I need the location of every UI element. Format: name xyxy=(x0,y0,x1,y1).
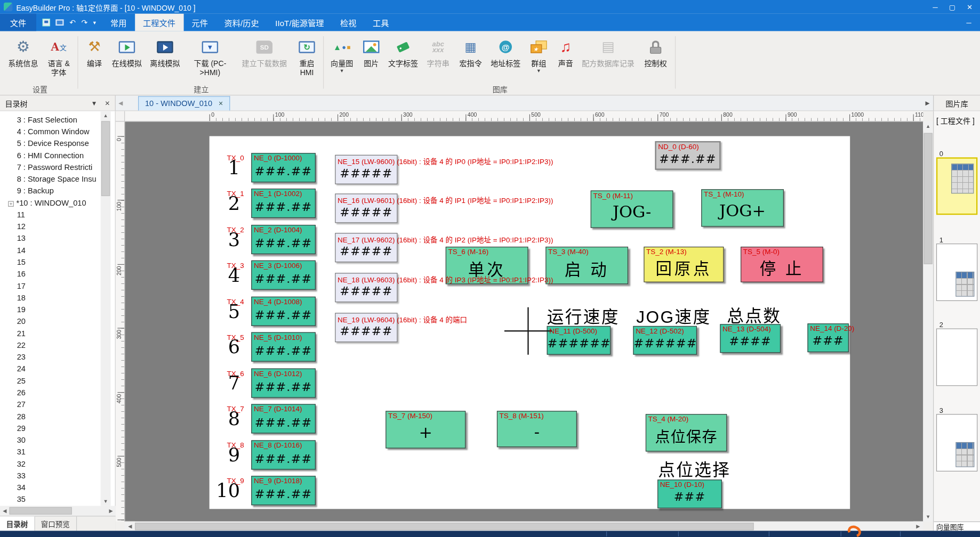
tree-item[interactable]: 23 xyxy=(0,352,115,363)
numeric-display-ne12[interactable]: NE_12 (D-502)###### xyxy=(633,326,697,355)
label-point-select[interactable]: 点位选择 xyxy=(658,457,730,481)
tree-item[interactable]: 33 xyxy=(0,470,115,482)
ribbon-button-offline-simulation[interactable]: 离线模拟 xyxy=(146,34,183,83)
tab-common[interactable]: 常用 xyxy=(102,14,135,31)
tree-panel-dropdown-icon[interactable]: ▼ xyxy=(91,100,98,107)
tree-item[interactable]: 8 : Storage Space Insu xyxy=(0,174,115,185)
tree-item[interactable]: 30 xyxy=(0,435,115,446)
tree-item[interactable]: 17 xyxy=(0,280,115,292)
scroll-right-icon[interactable]: ▶ xyxy=(913,522,923,531)
tree-item[interactable]: 16 xyxy=(0,268,115,280)
numeric-display-ne0[interactable]: NE_0 (D-1000)###.## xyxy=(251,153,316,182)
ribbon-button-control-token[interactable]: 控制权 xyxy=(639,34,672,83)
tree-panel-close-icon[interactable]: ✕ xyxy=(105,100,110,107)
close-button[interactable]: ✕ xyxy=(967,3,973,11)
tree-item[interactable]: 15 xyxy=(0,257,115,268)
picture-thumbnail-2[interactable] xyxy=(936,329,977,386)
tree-item[interactable]: 11 xyxy=(0,209,115,221)
tab-view[interactable]: 检视 xyxy=(332,14,365,31)
ribbon-button-text-label-library[interactable]: 文字标签 xyxy=(385,34,421,83)
tree-item[interactable]: 31 xyxy=(0,446,115,458)
canvas-viewport[interactable]: TX_0 1 NE_0 (D-1000)###.## TX_1 2 NE_1 (… xyxy=(125,122,923,522)
numeric-display-nd0[interactable]: ND_0 (D-60)###.## xyxy=(655,141,720,170)
scrollbar-thumb[interactable] xyxy=(135,523,753,530)
simulate-icon[interactable] xyxy=(55,19,63,26)
tab-tools[interactable]: 工具 xyxy=(365,14,397,31)
numeric-input-port[interactable]: NE_19 (LW-9604) (16bit) : 设备 4 的端口##### xyxy=(335,313,397,342)
tab-vector-library[interactable]: 向量图库 xyxy=(934,522,980,531)
set-button-home[interactable]: TS_2 (M-13)回原点 xyxy=(644,247,724,282)
scroll-down-icon[interactable]: ▼ xyxy=(101,497,111,506)
numeric-display-ne8[interactable]: NE_8 (D-1016)###.## xyxy=(251,440,316,469)
scroll-up-icon[interactable]: ▲ xyxy=(923,122,933,132)
tree-item[interactable]: 3 : Fast Selection xyxy=(0,115,115,126)
scroll-down-icon[interactable]: ▼ xyxy=(923,512,933,522)
scroll-up-icon[interactable]: ▲ xyxy=(101,111,111,121)
numeric-display-ne2[interactable]: NE_2 (D-1004)###.## xyxy=(251,225,316,254)
scrollbar-thumb[interactable] xyxy=(10,507,72,515)
tab-iiot-energy[interactable]: IIoT/能源管理 xyxy=(267,14,332,31)
tree-item[interactable]: 13 xyxy=(0,233,115,245)
tree-item[interactable]: 20 xyxy=(0,316,115,328)
tree-item[interactable]: 35 xyxy=(0,494,115,506)
tree-item[interactable]: 5 : Device Response xyxy=(0,138,115,150)
tree-item[interactable]: 28 xyxy=(0,411,115,422)
ribbon-button-compile[interactable]: ⚒ 编译 xyxy=(81,34,107,83)
set-button-minus[interactable]: TS_8 (M-151)- xyxy=(497,411,577,447)
tab-objects[interactable]: 元件 xyxy=(183,14,216,31)
tree-item[interactable]: 24 xyxy=(0,363,115,375)
minimize-button[interactable]: ─ xyxy=(933,3,938,11)
ribbon-button-group-library[interactable]: ★ 群组 ▾ xyxy=(525,34,553,83)
picture-thumbnail-1[interactable] xyxy=(936,243,977,301)
ribbon-button-online-simulation[interactable]: 在线模拟 xyxy=(109,34,145,83)
tree-item[interactable]: 18 xyxy=(0,292,115,304)
ribbon-button-reboot-hmi[interactable]: ↻ 重启 HMI xyxy=(293,34,322,83)
vector-library-dropdown-icon[interactable]: ▾ xyxy=(326,68,358,74)
tree-item[interactable]: 12 xyxy=(0,221,115,233)
document-tab-close-icon[interactable]: × xyxy=(219,99,223,108)
numeric-display-ne5[interactable]: NE_5 (D-1010)###.## xyxy=(251,332,316,362)
numeric-display-ne4[interactable]: NE_4 (D-1008)###.## xyxy=(251,297,316,326)
canvas-horizontal-scrollbar[interactable]: ◀ ▶ xyxy=(125,522,923,531)
quick-access-dropdown-icon[interactable]: ▾ xyxy=(93,19,96,26)
numeric-display-ne10[interactable]: NE_10 (D-10)### xyxy=(657,479,722,508)
ribbon-collapse-icon[interactable]: ─ xyxy=(958,14,980,31)
label-jog-speed[interactable]: JOG速度 xyxy=(636,304,711,328)
canvas-vertical-scrollbar[interactable]: ▲ ▼ xyxy=(923,122,933,522)
tree-item[interactable]: 4 : Common Window xyxy=(0,126,115,138)
ribbon-button-macro[interactable]: ▦ 宏指令 xyxy=(455,34,486,83)
label-run-speed[interactable]: 运行速度 xyxy=(547,304,620,328)
picture-thumbnail-3[interactable] xyxy=(936,414,977,471)
numeric-input-ip0[interactable]: NE_15 (LW-9600) (16bit) : 设备 4 的 IP0 (IP… xyxy=(335,155,397,184)
scroll-left-icon[interactable]: ◀ xyxy=(0,506,10,516)
set-button-plus[interactable]: TS_7 (M-150)+ xyxy=(385,411,465,448)
tree-expander-icon[interactable]: + xyxy=(8,201,14,207)
scrollbar-thumb[interactable] xyxy=(924,133,933,264)
numeric-input-ip2[interactable]: NE_17 (LW-9602) (16bit) : 设备 4 的 IP2 (IP… xyxy=(335,233,397,262)
tree-item[interactable]: 14 xyxy=(0,245,115,257)
tree-item[interactable]: 7 : Password Restricti xyxy=(0,162,115,174)
ribbon-button-picture-library[interactable]: 图片 xyxy=(359,34,384,83)
set-button-jog-minus[interactable]: TS_0 (M-11)JOG- xyxy=(591,191,673,228)
picture-thumbnail-0[interactable] xyxy=(936,157,977,215)
numeric-display-ne11[interactable]: NE_11 (D-500)###### xyxy=(547,326,611,355)
tree-horizontal-scrollbar[interactable]: ◀ ▶ xyxy=(0,506,116,516)
tree-item[interactable]: 26 xyxy=(0,387,115,399)
tree-item[interactable]: 27 xyxy=(0,399,115,411)
tab-scroll-left-icon[interactable]: ◀ xyxy=(116,100,126,107)
maximize-button[interactable]: ▢ xyxy=(949,3,955,11)
tree-item[interactable]: 34 xyxy=(0,482,115,494)
tree-item-window-010[interactable]: +*10 : WINDOW_010 xyxy=(0,197,115,209)
set-button-start[interactable]: TS_3 (M-40)启 动 xyxy=(545,247,628,284)
redo-icon[interactable]: ↷ xyxy=(81,18,87,27)
tab-directory-tree[interactable]: 目录树 xyxy=(0,516,35,531)
tree-vertical-scrollbar[interactable]: ▲ ▼ xyxy=(101,111,111,506)
ribbon-button-system-info[interactable]: ⚙ 系统信息 xyxy=(5,34,41,83)
set-button-jog-plus[interactable]: TS_1 (M-10)JOG+ xyxy=(701,189,784,226)
numeric-input-ip3[interactable]: NE_18 (LW-9603) (16bit) : 设备 4 的 IP3 (IP… xyxy=(335,273,397,302)
tab-scroll-right-icon[interactable]: ▶ xyxy=(922,100,933,107)
tree-item[interactable]: 25 xyxy=(0,375,115,387)
label-total-points[interactable]: 总点数 xyxy=(727,302,781,327)
numeric-display-ne9[interactable]: NE_9 (D-1018)###.## xyxy=(251,476,316,505)
numeric-display-ne14[interactable]: NE_14 (D-20)### xyxy=(807,323,848,352)
